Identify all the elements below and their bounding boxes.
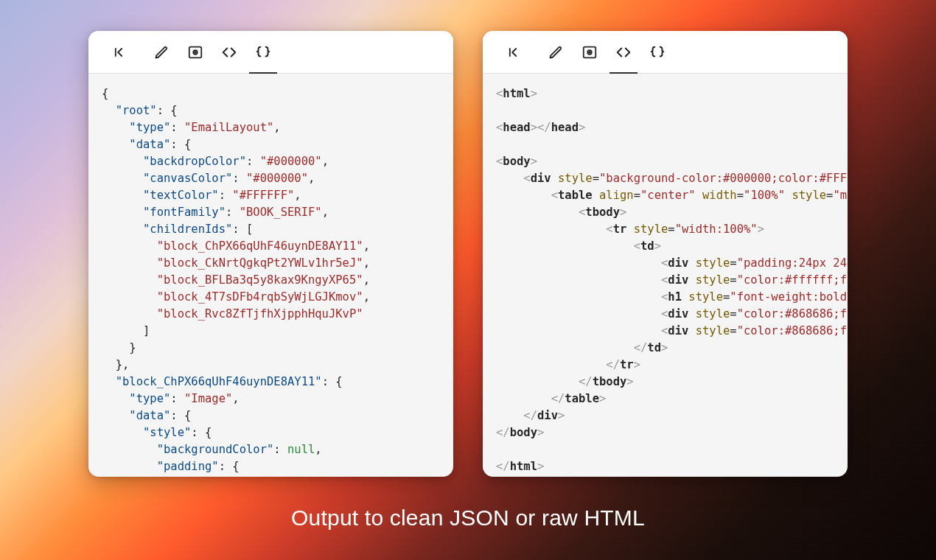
collapse-sidebar-button[interactable] <box>496 35 530 69</box>
collapse-sidebar-button[interactable] <box>102 35 136 69</box>
json-output-panel: { "root": { "type": "EmailLayout", "data… <box>88 31 453 477</box>
edit-tab[interactable] <box>144 35 178 69</box>
json-tab[interactable] <box>246 35 280 69</box>
pencil-icon <box>154 45 169 60</box>
svg-point-5 <box>589 52 590 53</box>
preview-tab[interactable] <box>573 35 607 69</box>
svg-point-2 <box>195 52 196 53</box>
html-code-block: <html> <head></head> <body> <div style="… <box>483 74 848 477</box>
preview-icon <box>187 44 203 60</box>
panel-toolbar <box>483 31 848 74</box>
panel-toolbar <box>88 31 453 74</box>
chevron-first-icon <box>111 45 126 60</box>
preview-tab[interactable] <box>178 35 212 69</box>
html-tab[interactable] <box>607 35 640 69</box>
html-output-panel: <html> <head></head> <body> <div style="… <box>483 31 848 477</box>
json-tab[interactable] <box>640 35 674 69</box>
code-angle-icon <box>615 44 632 60</box>
pencil-icon <box>548 45 563 60</box>
braces-icon <box>649 44 666 60</box>
html-tab[interactable] <box>212 35 246 69</box>
caption-text: Output to clean JSON or raw HTML <box>0 505 936 531</box>
json-code-block: { "root": { "type": "EmailLayout", "data… <box>88 74 453 477</box>
edit-tab[interactable] <box>539 35 573 69</box>
code-angle-icon <box>221 44 237 60</box>
preview-icon <box>581 44 598 60</box>
braces-icon <box>255 44 271 60</box>
chevron-first-icon <box>506 45 520 60</box>
